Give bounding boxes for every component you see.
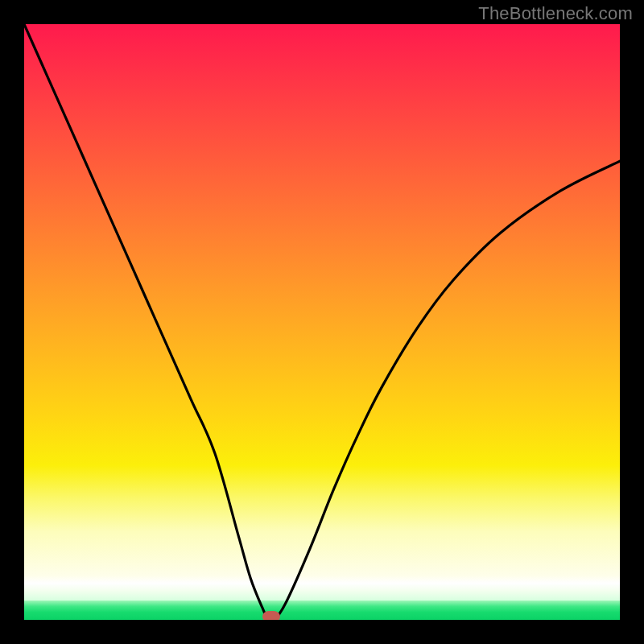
chart-frame: TheBottleneck.com (0, 0, 644, 644)
plot-area (24, 24, 620, 620)
curve-svg (24, 24, 620, 620)
bottleneck-curve-path (24, 24, 620, 620)
watermark-text: TheBottleneck.com (478, 3, 633, 24)
min-marker (262, 611, 280, 620)
